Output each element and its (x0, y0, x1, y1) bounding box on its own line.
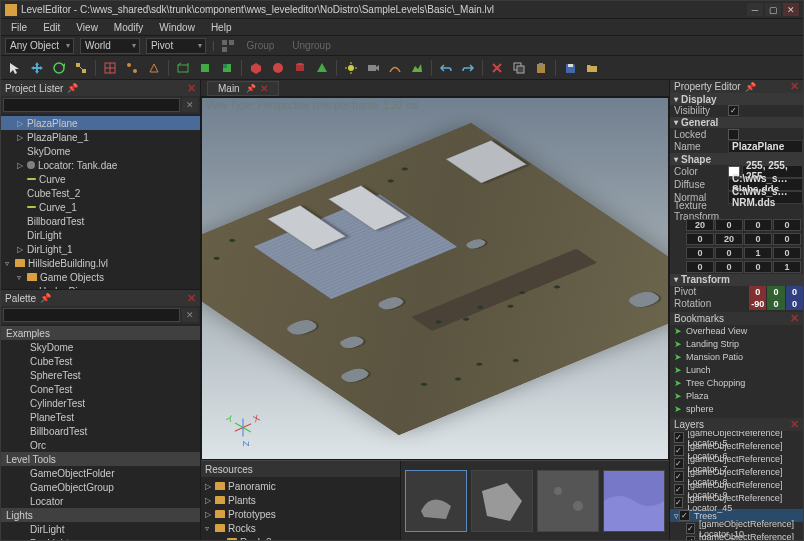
menu-modify[interactable]: Modify (106, 22, 151, 33)
rot-y[interactable]: 0 (767, 298, 784, 310)
palette-item[interactable]: Locator (1, 494, 200, 508)
tree-node[interactable]: Curve_1 (1, 200, 200, 214)
cone-icon[interactable] (312, 58, 332, 78)
matrix-cell[interactable]: 1 (773, 261, 801, 273)
matrix-cell[interactable]: 1 (744, 247, 772, 259)
resource-node[interactable]: ▷Plants (201, 493, 400, 507)
visibility-checkbox[interactable]: ✓ (728, 105, 739, 116)
paste-icon[interactable] (531, 58, 551, 78)
matrix-cell[interactable]: 0 (773, 219, 801, 231)
pivot-z[interactable]: 0 (786, 286, 803, 298)
cylinder-icon[interactable] (290, 58, 310, 78)
tree-node[interactable]: ▿HillsideBuilding.lvl (1, 256, 200, 270)
matrix-cell[interactable]: 0 (686, 261, 714, 273)
tree-node[interactable]: ▷Locator: Tank.dae (1, 158, 200, 172)
rot-x[interactable]: -90 (749, 298, 766, 310)
resource-node[interactable]: Rock-3 (201, 535, 400, 540)
space-dropdown[interactable]: World (80, 38, 140, 54)
palette-item[interactable]: SkyDome (1, 340, 200, 354)
snap-angle-icon[interactable] (144, 58, 164, 78)
palette-header[interactable]: Palette 📌 ✕ (1, 290, 200, 306)
bookmark-item[interactable]: ➤sphere (670, 403, 803, 416)
tree-node[interactable]: CubeTest_2 (1, 186, 200, 200)
select-tool-icon[interactable] (5, 58, 25, 78)
palette-item[interactable]: DirLight (1, 522, 200, 536)
palette-group-header[interactable]: Examples (1, 326, 200, 340)
close-button[interactable]: ✕ (783, 3, 799, 16)
palette-group-header[interactable]: Lights (1, 508, 200, 522)
tree-node[interactable]: ▷PlazaPlane (1, 116, 200, 130)
bookmark-item[interactable]: ➤Plaza (670, 390, 803, 403)
thumbnail[interactable] (471, 470, 533, 532)
menu-window[interactable]: Window (151, 22, 203, 33)
matrix-cell[interactable]: 0 (686, 233, 714, 245)
menu-view[interactable]: View (68, 22, 106, 33)
matrix-cell[interactable]: 0 (744, 233, 772, 245)
pin-icon[interactable]: 📌 (745, 82, 756, 92)
curve-icon[interactable] (385, 58, 405, 78)
light-icon[interactable] (341, 58, 361, 78)
resource-node[interactable]: ▷Prototypes (201, 507, 400, 521)
search-clear-icon[interactable]: ✕ (182, 98, 198, 112)
tree-node[interactable]: DirLight (1, 228, 200, 242)
tree-node[interactable]: ▷PlazaPlane_1 (1, 130, 200, 144)
bookmark-item[interactable]: ➤Overhead View (670, 325, 803, 338)
palette-tree[interactable]: ExamplesSkyDomeCubeTestSphereTestConeTes… (1, 324, 200, 540)
layers-header[interactable]: Layers✕ (670, 418, 803, 431)
pin-icon[interactable]: 📌 (67, 83, 78, 93)
cube-icon[interactable] (246, 58, 266, 78)
palette-item[interactable]: CubeTest (1, 354, 200, 368)
bookmark-item[interactable]: ➤Landing Strip (670, 338, 803, 351)
tab-main[interactable]: Main 📌 ✕ (207, 81, 279, 96)
tree-node[interactable]: BillboardTest (1, 214, 200, 228)
close-panel-icon[interactable]: ✕ (187, 292, 196, 305)
tree-node[interactable]: ▷DirLight_1 (1, 242, 200, 256)
matrix-cell[interactable]: 0 (715, 247, 743, 259)
matrix-cell[interactable]: 20 (686, 219, 714, 231)
menu-edit[interactable]: Edit (35, 22, 68, 33)
resources-tree[interactable]: ▷Panoramic▷Plants▷Prototypes▿RocksRock-3… (201, 477, 400, 540)
project-lister-header[interactable]: Project Lister 📌 ✕ (1, 80, 200, 96)
palette-group-header[interactable]: Level Tools (1, 452, 200, 466)
palette-item[interactable]: ConeTest (1, 382, 200, 396)
resources-header[interactable]: Resources (201, 461, 400, 477)
scale-tool-icon[interactable] (71, 58, 91, 78)
bookmarks-header[interactable]: Bookmarks✕ (670, 312, 803, 325)
search-clear-icon[interactable]: ✕ (182, 308, 198, 322)
pivot-y[interactable]: 0 (767, 286, 784, 298)
palette-search-input[interactable] (3, 308, 180, 322)
tree-node[interactable]: ▿Game Objects (1, 270, 200, 284)
close-tab-icon[interactable]: ✕ (260, 83, 268, 94)
pivot-dropdown[interactable]: Pivot (146, 38, 206, 54)
pin-icon[interactable]: 📌 (246, 84, 256, 93)
sphere-icon[interactable] (268, 58, 288, 78)
palette-item[interactable]: Orc (1, 438, 200, 452)
normal-input[interactable]: C:\wws_s…NRM.dds (728, 191, 803, 204)
wireframe-icon[interactable] (173, 58, 193, 78)
copy-icon[interactable] (509, 58, 529, 78)
pivot-x[interactable]: 0 (749, 286, 766, 298)
close-panel-icon[interactable]: ✕ (790, 312, 799, 325)
bookmark-item[interactable]: ➤Tree Chopping (670, 377, 803, 390)
property-editor-header[interactable]: Property Editor 📌 ✕ (670, 80, 803, 93)
matrix-cell[interactable]: 0 (715, 261, 743, 273)
palette-item[interactable]: SphereTest (1, 368, 200, 382)
object-filter-dropdown[interactable]: Any Object (5, 38, 74, 54)
close-panel-icon[interactable]: ✕ (187, 82, 196, 95)
save-icon[interactable] (560, 58, 580, 78)
project-search-input[interactable] (3, 98, 180, 112)
project-tree[interactable]: ▷PlazaPlane▷PlazaPlane_1SkyDome▷Locator:… (1, 114, 200, 289)
name-input[interactable]: PlazaPlane (728, 140, 803, 153)
palette-item[interactable]: GameObjectGroup (1, 480, 200, 494)
palette-item[interactable]: GameObjectFolder (1, 466, 200, 480)
layer-item[interactable]: ✓[gameObjectReference] Locator_11 (670, 535, 803, 540)
move-tool-icon[interactable] (27, 58, 47, 78)
menu-help[interactable]: Help (203, 22, 240, 33)
thumbnail[interactable] (537, 470, 599, 532)
snap-grid-icon[interactable] (100, 58, 120, 78)
close-panel-icon[interactable]: ✕ (790, 80, 799, 93)
layers-list[interactable]: ✓[gameObjectReference] Locator_5✓[gameOb… (670, 431, 803, 540)
locked-checkbox[interactable] (728, 129, 739, 140)
matrix-cell[interactable]: 0 (744, 219, 772, 231)
textured-icon[interactable] (217, 58, 237, 78)
